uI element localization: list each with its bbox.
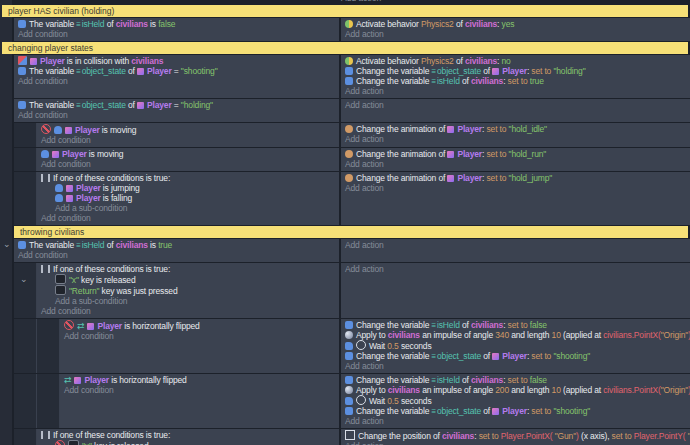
actions-cell[interactable]: Change the animation of Player: set to "… bbox=[341, 148, 690, 171]
add-sub-condition-link[interactable]: Add a sub-condition bbox=[41, 203, 335, 213]
action-line[interactable]: Change the animation of Player: set to "… bbox=[345, 173, 686, 183]
fold-chevron-icon[interactable]: ⌄ bbox=[3, 240, 11, 248]
action-line[interactable]: Wait 0.5 seconds bbox=[345, 340, 686, 351]
text-segment: and length bbox=[509, 385, 552, 395]
object-icon bbox=[66, 185, 73, 192]
sub-condition-line[interactable]: "Return" key was just pressed bbox=[41, 285, 335, 296]
conditions-cell[interactable]: ⇄Player is horizontally flippedAdd condi… bbox=[60, 319, 339, 373]
action-line[interactable]: Change the variable ≡isHeld of civilians… bbox=[345, 320, 686, 330]
conditions-cell[interactable]: ⇄Player is horizontally flippedAdd condi… bbox=[60, 374, 339, 428]
condition-line[interactable]: The variable ≡isHeld of civilians is fal… bbox=[18, 19, 335, 29]
conditions-cell[interactable]: If one of these conditions is true:"x" k… bbox=[37, 263, 339, 318]
conditions-cell[interactable]: If one of these conditions is true:Playe… bbox=[37, 172, 339, 225]
add-action-link[interactable]: Add action bbox=[345, 264, 686, 274]
action-line[interactable]: Change the variable ≡object_state of Pla… bbox=[345, 406, 686, 416]
add-condition-link[interactable]: Add condition bbox=[41, 306, 335, 316]
actions-cell[interactable]: Activate behavior Physics2 of civilians:… bbox=[341, 18, 690, 41]
action-line[interactable]: Change the position of civilians: set to… bbox=[345, 430, 686, 441]
add-condition-link[interactable]: Add condition bbox=[41, 159, 335, 169]
conditions-cell[interactable]: The variable ≡isHeld of civilians is fal… bbox=[14, 18, 339, 41]
fold-chevron-icon[interactable]: ⌄ bbox=[20, 275, 28, 283]
condition-line[interactable]: ⇄Player is horizontally flipped bbox=[64, 320, 335, 331]
text-segment: isHeld bbox=[82, 19, 105, 29]
action-line[interactable]: Activate behavior Physics2 of civilians:… bbox=[345, 56, 686, 66]
add-condition-link[interactable]: Add condition bbox=[18, 110, 335, 120]
add-condition-link[interactable]: Add condition bbox=[18, 29, 335, 39]
action-line[interactable]: Apply to civilians an impulse of angle 3… bbox=[345, 330, 686, 340]
text-segment: "x" bbox=[82, 441, 92, 445]
actions-cell[interactable]: Change the variable ≡isHeld of civilians… bbox=[341, 319, 690, 373]
conditions-cell[interactable]: The variable ≡isHeld of civilians is tru… bbox=[14, 239, 339, 262]
add-action-link[interactable]: Add action bbox=[345, 29, 686, 39]
sub-condition-line[interactable]: "x" key is released bbox=[41, 440, 335, 445]
action-line[interactable]: Apply to civilians an impulse of angle 2… bbox=[345, 385, 686, 395]
add-condition-link[interactable]: Add condition bbox=[64, 385, 335, 395]
text-segment: Change the variable bbox=[356, 351, 431, 361]
add-action-link[interactable]: Add action bbox=[345, 240, 686, 250]
text-segment: Add condition bbox=[41, 213, 91, 223]
action-line[interactable]: Wait 0.5 seconds bbox=[345, 395, 686, 406]
condition-line[interactable]: If one of these conditions is true: bbox=[41, 264, 335, 274]
add-action-link[interactable]: Add action bbox=[345, 134, 686, 144]
actions-cell[interactable]: Add action bbox=[341, 239, 690, 262]
actions-cell[interactable]: Add action bbox=[341, 99, 690, 122]
condition-line[interactable]: Player is moving bbox=[41, 124, 335, 135]
add-condition-link[interactable]: Add condition bbox=[18, 250, 335, 260]
add-action-link[interactable]: Add action bbox=[345, 183, 686, 193]
action-line[interactable]: Change the variable ≡object_state of Pla… bbox=[345, 351, 686, 361]
actions-cell[interactable]: Change the position of civilians: set to… bbox=[341, 429, 690, 445]
condition-line[interactable]: Player is moving bbox=[41, 149, 335, 159]
text-segment: Player bbox=[457, 173, 482, 183]
condition-line[interactable]: ⇄Player is horizontally flipped bbox=[64, 375, 335, 385]
actions-cell[interactable]: Change the variable ≡isHeld of civilians… bbox=[341, 374, 690, 428]
conditions-cell[interactable]: The variable ≡object_state of Player = "… bbox=[14, 99, 339, 122]
condition-line[interactable]: If one of these conditions is true: bbox=[41, 430, 335, 440]
add-action-link[interactable]: Add action bbox=[345, 441, 686, 445]
add-action-link[interactable]: Add action bbox=[341, 0, 381, 3]
conditions-cell[interactable]: If one of these conditions is true:"x" k… bbox=[37, 429, 339, 445]
action-line[interactable]: Activate behavior Physics2 of civilians:… bbox=[345, 19, 686, 29]
action-line[interactable]: Change the animation of Player: set to "… bbox=[345, 149, 686, 159]
actions-cell[interactable]: Add action bbox=[341, 263, 690, 318]
event-group-header[interactable]: throwing civilians bbox=[14, 226, 688, 238]
sub-condition-line[interactable]: Player is falling bbox=[41, 193, 335, 203]
add-condition-link[interactable]: Add condition bbox=[18, 76, 335, 86]
add-action-link[interactable]: Add action bbox=[345, 86, 686, 96]
sub-condition-line[interactable]: Player is jumping bbox=[41, 183, 335, 193]
conditions-cell[interactable]: Player is movingAdd condition bbox=[37, 148, 339, 171]
add-action-link[interactable]: Add action bbox=[345, 100, 686, 110]
text-segment: Change the variable bbox=[356, 375, 431, 385]
variable-type-icon: ≡ bbox=[76, 68, 81, 76]
conditions-cell[interactable]: Player is movingAdd condition bbox=[37, 123, 339, 147]
action-line[interactable]: Change the variable ≡isHeld of civilians… bbox=[345, 76, 686, 86]
conditions-cell[interactable]: Player is in collision with civiliansThe… bbox=[14, 55, 339, 98]
condition-line[interactable]: The variable ≡isHeld of civilians is tru… bbox=[18, 240, 335, 250]
add-sub-condition-link[interactable]: Add a sub-condition bbox=[41, 296, 335, 306]
clock-icon bbox=[356, 340, 366, 350]
condition-line[interactable]: Player is in collision with civilians bbox=[18, 56, 335, 66]
event-row: If one of these conditions is true:"x" k… bbox=[14, 429, 690, 445]
add-action-link[interactable]: Add action bbox=[345, 361, 686, 371]
add-condition-link[interactable]: Add condition bbox=[64, 331, 335, 341]
variable-type-icon: ≡ bbox=[76, 242, 81, 250]
add-action-link[interactable]: Add action bbox=[345, 416, 686, 426]
add-action-link[interactable]: Add action bbox=[345, 159, 686, 169]
event-group-header[interactable]: player HAS civilian (holding) bbox=[2, 5, 688, 17]
actions-cell[interactable]: Change the animation of Player: set to "… bbox=[341, 123, 690, 147]
text-segment: of bbox=[481, 406, 492, 416]
indent-guide bbox=[14, 172, 37, 225]
condition-line[interactable]: If one of these conditions is true: bbox=[41, 173, 335, 183]
variable-type-icon: ≡ bbox=[431, 68, 436, 76]
add-condition-link[interactable]: Add condition bbox=[41, 213, 335, 223]
sub-condition-line[interactable]: "x" key is released bbox=[41, 274, 335, 285]
actions-cell[interactable]: Change the animation of Player: set to "… bbox=[341, 172, 690, 225]
action-line[interactable]: Change the variable ≡isHeld of civilians… bbox=[345, 375, 686, 385]
event-group-header[interactable]: changing player states bbox=[2, 42, 688, 54]
actions-cell[interactable]: Activate behavior Physics2 of civilians:… bbox=[341, 55, 690, 98]
action-line[interactable]: Change the variable ≡object_state of Pla… bbox=[345, 66, 686, 76]
behavior-icon bbox=[345, 57, 353, 65]
condition-line[interactable]: The variable ≡object_state of Player = "… bbox=[18, 100, 335, 110]
add-condition-link[interactable]: Add condition bbox=[41, 135, 335, 145]
action-line[interactable]: Change the animation of Player: set to "… bbox=[345, 124, 686, 134]
condition-line[interactable]: The variable ≡object_state of Player = "… bbox=[18, 66, 335, 76]
